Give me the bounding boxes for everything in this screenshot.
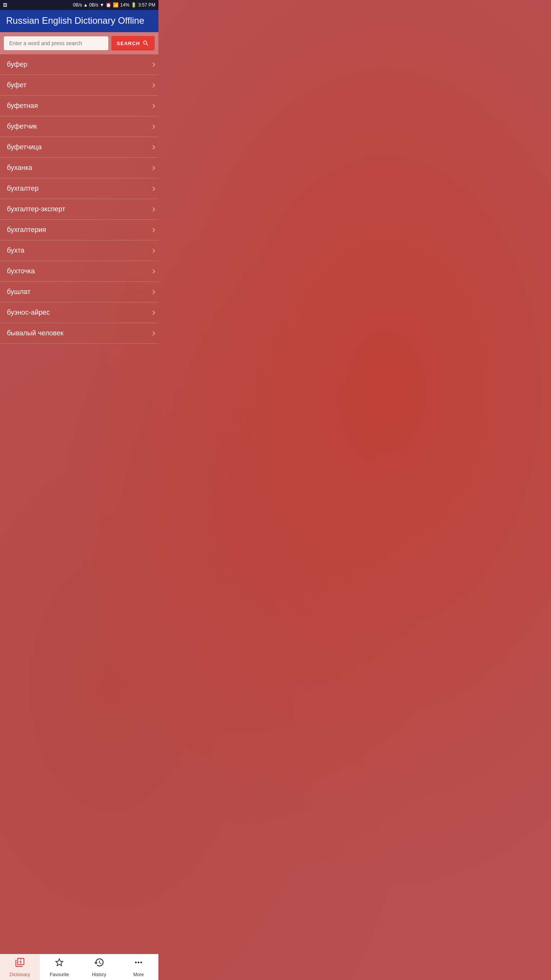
battery-text: 14% — [120, 2, 129, 8]
word-item[interactable]: буэнос-айрес — [0, 302, 158, 323]
status-bar: 🖼 0B/s ▲ 0B/s ▼ ⏰ 📶 14% 🔋 3:57 PM — [0, 0, 158, 10]
app-title: Russian English Dictionary Offline — [6, 15, 152, 26]
word-item[interactable]: бушлат — [0, 282, 158, 302]
word-item[interactable]: буфетная — [0, 96, 158, 116]
signal-icon: 📶 — [113, 2, 119, 8]
word-list: буфербуфетбуфетнаябуфетчикбуфетчицабухан… — [0, 54, 158, 344]
status-left: 🖼 — [3, 3, 7, 7]
search-icon — [142, 40, 149, 47]
network-speed: 0B/s ▲ 0B/s ▼ — [73, 2, 104, 8]
alarm-icon: ⏰ — [106, 2, 111, 8]
search-button-label: SEARCH — [117, 41, 140, 46]
word-item[interactable]: буфетчик — [0, 116, 158, 137]
status-right: 0B/s ▲ 0B/s ▼ ⏰ 📶 14% 🔋 3:57 PM — [73, 2, 155, 8]
search-container: SEARCH — [0, 32, 158, 54]
word-item[interactable]: буфер — [0, 54, 158, 75]
word-item[interactable]: буфет — [0, 75, 158, 96]
word-item[interactable]: бухточка — [0, 261, 158, 282]
word-item[interactable]: буханка — [0, 158, 158, 178]
image-icon: 🖼 — [3, 3, 7, 7]
word-item[interactable]: бухгалтер — [0, 178, 158, 199]
word-item[interactable]: буфетчица — [0, 137, 158, 158]
word-item[interactable]: бывалый человек — [0, 323, 158, 344]
app-header: Russian English Dictionary Offline — [0, 10, 158, 32]
battery-icon: 🔋 — [131, 2, 137, 8]
search-input[interactable] — [4, 36, 108, 50]
word-item[interactable]: бухгалтерия — [0, 220, 158, 240]
word-item[interactable]: бухгалтер-эксперт — [0, 199, 158, 220]
time-display: 3:57 PM — [138, 2, 155, 8]
word-item[interactable]: бухта — [0, 240, 158, 261]
search-button[interactable]: SEARCH — [111, 36, 155, 51]
